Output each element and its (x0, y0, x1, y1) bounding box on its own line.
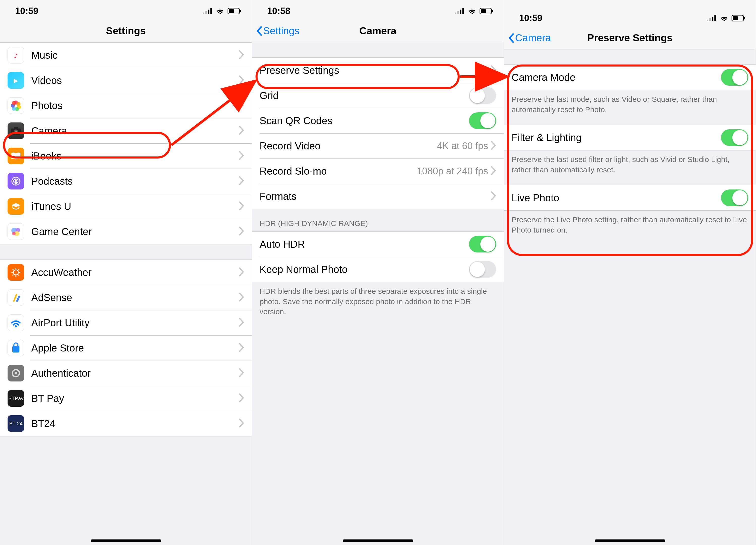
grid-toggle[interactable] (469, 87, 496, 104)
svg-line-31 (13, 269, 14, 270)
row-label: Camera Mode (512, 72, 721, 83)
live-photo-toggle[interactable] (721, 189, 748, 206)
ibooks-icon (8, 148, 24, 164)
photos-icon (8, 97, 24, 114)
row-label: Scan QR Codes (260, 115, 469, 126)
row-filter-lighting[interactable]: Filter & Lighting (504, 125, 756, 150)
filter-lighting-toggle[interactable] (721, 129, 748, 146)
scan-qr-toggle[interactable] (469, 112, 496, 129)
row-music[interactable]: ♪ Music (0, 43, 252, 68)
wifi-icon (719, 15, 729, 21)
svg-rect-21 (15, 181, 17, 185)
row-preserve-settings[interactable]: Preserve Settings (252, 58, 504, 83)
svg-rect-5 (229, 9, 234, 13)
row-label: Live Photo (512, 192, 721, 204)
videos-icon: ▸ (8, 72, 24, 89)
svg-rect-6 (240, 10, 241, 12)
chevron-right-icon (239, 368, 244, 378)
row-scan-qr[interactable]: Scan QR Codes (252, 108, 504, 133)
status-time: 10:59 (15, 6, 38, 16)
chevron-left-icon (256, 25, 263, 37)
row-label: AccuWeather (31, 267, 239, 278)
row-itunesu[interactable]: iTunes U (0, 194, 252, 219)
row-videos[interactable]: ▸ Videos (0, 68, 252, 93)
row-camera[interactable]: Camera (0, 118, 252, 143)
hdr-footer: HDR blends the best parts of three separ… (252, 282, 504, 319)
svg-rect-1 (205, 11, 207, 14)
itunesu-icon (8, 198, 24, 215)
svg-point-13 (12, 101, 16, 105)
back-button[interactable]: Camera (508, 32, 551, 44)
row-accuweather[interactable]: AccuWeather (0, 260, 252, 285)
row-ibooks[interactable]: iBooks (0, 143, 252, 169)
row-label: iTunes U (31, 201, 239, 212)
nav-header: Camera Preserve Settings (504, 27, 756, 49)
row-photos[interactable]: Photos (0, 93, 252, 118)
live-photo-footer: Preserve the Live Photo setting, rather … (504, 211, 756, 238)
camera-icon (8, 122, 24, 139)
back-button[interactable]: Settings (256, 25, 300, 37)
row-label: Apple Store (31, 342, 239, 354)
row-gamecenter[interactable]: Game Center (0, 219, 252, 244)
chevron-right-icon (239, 75, 244, 86)
chevron-right-icon (491, 65, 496, 76)
camera-mode-toggle[interactable] (721, 69, 748, 86)
chevron-right-icon (239, 317, 244, 328)
wifi-icon (215, 8, 225, 14)
row-grid[interactable]: Grid (252, 83, 504, 108)
row-label: Videos (31, 75, 239, 86)
row-record-slomo[interactable]: Record Slo-mo 1080p at 240 fps (252, 158, 504, 184)
airport-icon (8, 314, 24, 331)
row-auto-hdr[interactable]: Auto HDR (252, 232, 504, 257)
status-time: 10:59 (519, 13, 542, 23)
chevron-right-icon (491, 191, 496, 202)
svg-rect-38 (12, 346, 19, 352)
row-record-video[interactable]: Record Video 4K at 60 fps (252, 133, 504, 158)
row-adsense[interactable]: AdSense (0, 285, 252, 310)
chevron-right-icon (239, 226, 244, 237)
chevron-right-icon (239, 100, 244, 111)
music-icon: ♪ (8, 47, 24, 63)
camera-mode-footer: Preserve the last mode, such as Video or… (504, 90, 756, 117)
row-keep-normal[interactable]: Keep Normal Photo (252, 257, 504, 282)
svg-rect-42 (457, 11, 459, 14)
page-title: Camera (359, 25, 396, 37)
svg-rect-48 (707, 20, 708, 21)
keep-normal-toggle[interactable] (469, 261, 496, 278)
svg-rect-53 (733, 16, 738, 20)
row-airport[interactable]: AirPort Utility (0, 310, 252, 335)
row-label: Game Center (31, 226, 239, 237)
row-bt24[interactable]: BT 24 BT24 (0, 411, 252, 436)
bt24-icon: BT 24 (8, 415, 24, 432)
row-label: Grid (260, 90, 469, 101)
preserve-group-livephoto: Live Photo (504, 185, 756, 211)
home-indicator[interactable] (595, 539, 665, 542)
row-label: BT Pay (31, 393, 239, 404)
row-formats[interactable]: Formats (252, 184, 504, 209)
home-indicator[interactable] (91, 539, 161, 542)
nav-header: Settings Camera (252, 20, 504, 42)
chevron-right-icon (239, 151, 244, 161)
row-authenticator[interactable]: Authenticator (0, 361, 252, 386)
home-indicator[interactable] (343, 539, 413, 542)
status-icons (455, 8, 494, 14)
svg-point-37 (15, 325, 17, 327)
chevron-right-icon (239, 418, 244, 429)
row-live-photo[interactable]: Live Photo (504, 185, 756, 210)
settings-group-third-party: AccuWeather AdSense AirPort Utility Appl… (0, 260, 252, 436)
camera-group-main: Preserve Settings Grid Scan QR Codes Rec… (252, 57, 504, 209)
applestore-icon (8, 340, 24, 356)
chevron-right-icon (239, 343, 244, 353)
row-camera-mode[interactable]: Camera Mode (504, 65, 756, 90)
row-btpay[interactable]: BTPay BT Pay (0, 386, 252, 411)
svg-point-20 (15, 179, 17, 181)
auto-hdr-toggle[interactable] (469, 236, 496, 252)
chevron-right-icon (239, 125, 244, 136)
row-podcasts[interactable]: Podcasts (0, 169, 252, 194)
row-applestore[interactable]: Apple Store (0, 335, 252, 361)
authenticator-icon (8, 365, 24, 381)
chevron-right-icon (239, 176, 244, 186)
camera-settings-screen: 10:58 Settings Camera Preserve Settings … (252, 0, 504, 545)
row-label: iBooks (31, 150, 239, 162)
page-title: Settings (106, 25, 146, 37)
